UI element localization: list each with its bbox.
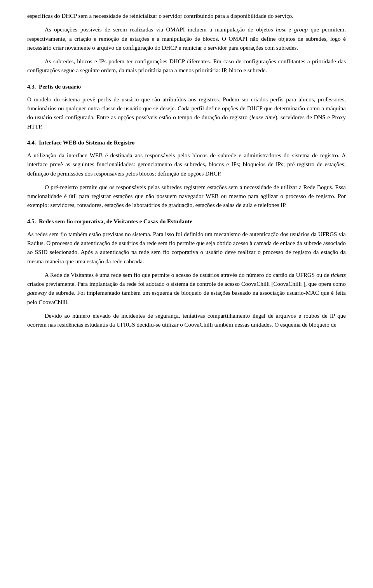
paragraph-intro: específicas do DHCP sem a necessidade de…: [27, 12, 346, 21]
paragraph-subredes-ips: As subredes, blocos e IPs podem ter conf…: [27, 57, 346, 75]
paragraph-interface-web: A utilização da interface WEB é destinad…: [27, 151, 346, 178]
paragraph-redes-sem-fio: As redes sem fio também estão previstas …: [27, 230, 346, 266]
paragraph-residencias: Devido ao número elevado de incidentes d…: [27, 311, 346, 330]
paragraph-omapi: As operações possíveis de serem realizad…: [27, 25, 346, 52]
heading-44-title: Interface WEB do Sistema de Registro: [39, 139, 135, 146]
paragraph-visitantes: A Rede de Visitantes é uma rede sem fio …: [27, 271, 346, 307]
heading-43-label: 4.3.: [27, 84, 39, 90]
heading-section-43: 4.3. Perfis de usuário: [27, 82, 346, 91]
page: específicas do DHCP sem a necessidade de…: [0, 0, 373, 588]
paragraph-perfis: O modelo do sistema prevê perfis de usuá…: [27, 95, 346, 131]
heading-43-title: Perfis de usuário: [39, 84, 81, 90]
paragraph-pre-registro: O pré-registro permite que os responsáve…: [27, 183, 346, 210]
heading-section-44: 4.4. Interface WEB do Sistema de Registr…: [27, 138, 346, 147]
heading-section-45: 4.5. Redes sem fio corporativa, de Visit…: [27, 217, 346, 226]
heading-44-label: 4.4.: [27, 139, 39, 146]
heading-45-title: Redes sem fio corporativa, de Visitantes…: [39, 218, 192, 224]
heading-45-label: 4.5.: [27, 218, 39, 224]
